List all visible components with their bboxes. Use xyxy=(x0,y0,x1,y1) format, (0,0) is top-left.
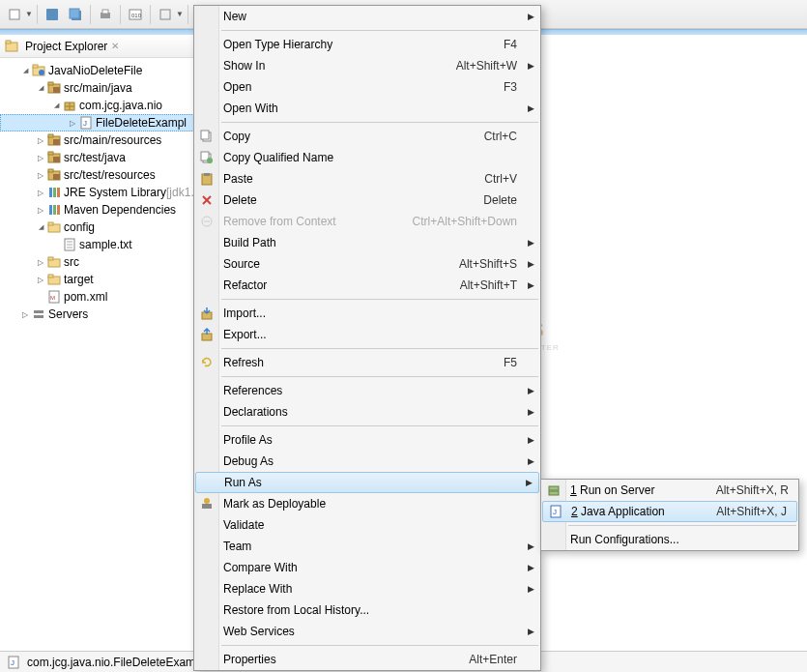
expand-arrow-icon[interactable]: ▷ xyxy=(35,171,46,180)
menu-label: Open xyxy=(223,80,504,94)
menu-item-export[interactable]: Export... xyxy=(194,324,540,345)
menu-separator xyxy=(221,348,538,349)
svg-rect-35 xyxy=(49,188,52,197)
menu-item-properties[interactable]: PropertiesAlt+Enter xyxy=(194,649,540,670)
submenu-arrow-icon: ▶ xyxy=(528,61,534,71)
menu-separator xyxy=(221,299,538,300)
expand-arrow-icon[interactable]: ▷ xyxy=(35,154,46,162)
menu-item-delete[interactable]: DeleteDelete xyxy=(194,190,540,211)
svg-rect-3 xyxy=(70,9,79,18)
dropdown-icon[interactable]: ▼ xyxy=(176,10,184,18)
submenu-arrow-icon: ▶ xyxy=(528,627,534,636)
binary-button[interactable]: 010 xyxy=(125,4,146,25)
menu-label: 1 Run on Server xyxy=(570,483,716,497)
menu-item-refresh[interactable]: RefreshF5 xyxy=(194,352,540,373)
package-icon xyxy=(62,98,77,113)
menu-item-copy-qualified-name[interactable]: Copy Qualified Name xyxy=(194,147,540,168)
svg-rect-61 xyxy=(204,173,210,176)
deploy-icon xyxy=(198,495,216,512)
menu-item-web-services[interactable]: Web Services▶ xyxy=(194,621,540,642)
menu-item-debug-as[interactable]: Debug As▶ xyxy=(194,451,540,472)
svg-rect-33 xyxy=(48,169,53,172)
svg-rect-20 xyxy=(53,87,60,93)
menu-item-show-in[interactable]: Show InAlt+Shift+W▶ xyxy=(194,55,540,76)
expand-arrow-icon[interactable]: ◢ xyxy=(50,102,62,109)
menu-item-declarations[interactable]: Declarations▶ xyxy=(194,401,540,423)
expand-arrow-icon[interactable]: ◢ xyxy=(35,223,46,231)
menu-label: Source xyxy=(223,257,459,271)
close-icon[interactable]: ✕ xyxy=(111,41,119,51)
dropdown-icon[interactable]: ▼ xyxy=(25,10,33,18)
menu-item-copy[interactable]: CopyCtrl+C xyxy=(194,126,540,147)
tree-label: pom.xml xyxy=(64,290,107,304)
save-button[interactable] xyxy=(42,4,63,25)
menu-separator xyxy=(221,376,538,377)
menu-shortcut: Alt+Shift+X, R xyxy=(716,483,789,497)
menu-shortcut: Alt+Shift+X, J xyxy=(716,505,787,518)
expand-arrow-icon[interactable]: ▷ xyxy=(35,206,46,215)
save-all-button[interactable] xyxy=(65,4,86,25)
new-button[interactable] xyxy=(4,4,25,25)
expand-arrow-icon[interactable]: ▷ xyxy=(35,258,46,267)
svg-rect-68 xyxy=(202,504,212,509)
menu-label: Replace With xyxy=(223,582,517,596)
expand-arrow-icon[interactable]: ▷ xyxy=(35,136,46,145)
menu-item-validate[interactable]: Validate xyxy=(194,514,540,536)
menu-item-team[interactable]: Team▶ xyxy=(194,536,540,557)
svg-rect-39 xyxy=(53,205,56,215)
menu-item-import[interactable]: Import... xyxy=(194,303,540,324)
tree-label: config xyxy=(64,220,95,234)
menu-item-mark-as-deployable[interactable]: Mark as Deployable xyxy=(194,493,540,514)
submenu-arrow-icon: ▶ xyxy=(528,435,534,445)
menu-label: New xyxy=(223,10,517,23)
menu-item-build-path[interactable]: Build Path▶ xyxy=(194,232,540,253)
menu-label: Refactor xyxy=(223,278,460,292)
menu-item-run-configurations[interactable]: Run Configurations... xyxy=(541,529,798,550)
svg-point-17 xyxy=(39,70,44,75)
expand-arrow-icon[interactable]: ▷ xyxy=(35,189,46,197)
expand-arrow-icon[interactable]: ▷ xyxy=(35,276,46,284)
library-icon xyxy=(46,185,62,200)
tree-label: src/main/java xyxy=(64,81,132,95)
menu-label: Refresh xyxy=(223,356,504,369)
menu-label: Show In xyxy=(223,59,456,73)
submenu-arrow-icon: ▶ xyxy=(526,478,533,487)
tree-label: src/main/resources xyxy=(64,133,161,147)
menu-label: Validate xyxy=(223,518,517,532)
menu-item-compare-with[interactable]: Compare With▶ xyxy=(194,557,540,578)
menu-item-run-as[interactable]: Run As▶ xyxy=(195,472,539,493)
menu-shortcut: Alt+Enter xyxy=(469,653,517,666)
menu-item-refactor[interactable]: RefactorAlt+Shift+T▶ xyxy=(194,275,540,296)
toggle-button[interactable] xyxy=(155,4,176,25)
menu-item-replace-with[interactable]: Replace With▶ xyxy=(194,578,540,599)
submenu-arrow-icon: ▶ xyxy=(528,259,534,269)
menu-item-references[interactable]: References▶ xyxy=(194,380,540,401)
menu-item-source[interactable]: SourceAlt+Shift+S▶ xyxy=(194,253,540,275)
svg-text:010: 010 xyxy=(131,13,142,18)
expand-arrow-icon[interactable]: ◢ xyxy=(19,67,31,74)
expand-arrow-icon[interactable]: ◢ xyxy=(35,84,46,92)
svg-rect-67 xyxy=(202,334,212,340)
svg-rect-19 xyxy=(48,82,53,85)
menu-item-open-with[interactable]: Open With▶ xyxy=(194,98,540,119)
menu-item-2-java-application[interactable]: J2 Java ApplicationAlt+Shift+X, J xyxy=(542,501,797,522)
menu-shortcut: Ctrl+V xyxy=(484,172,517,186)
menu-item-new[interactable]: New▶ xyxy=(194,6,540,27)
expand-arrow-icon[interactable]: ▷ xyxy=(19,310,31,319)
submenu-arrow-icon: ▶ xyxy=(528,407,534,417)
menu-item-1-run-on-server[interactable]: 1 Run on ServerAlt+Shift+X, R xyxy=(541,480,798,501)
menu-item-open-type-hierarchy[interactable]: Open Type HierarchyF4 xyxy=(194,34,540,55)
print-button[interactable] xyxy=(95,4,116,25)
menu-separator xyxy=(221,425,538,426)
svg-rect-34 xyxy=(53,174,60,180)
expand-arrow-icon[interactable]: ▷ xyxy=(67,119,78,128)
remove-icon xyxy=(198,213,216,230)
menu-item-paste[interactable]: PasteCtrl+V xyxy=(194,168,540,190)
svg-rect-28 xyxy=(53,139,60,145)
src-folder-icon xyxy=(46,132,62,148)
menu-item-restore-from-local-history[interactable]: Restore from Local History... xyxy=(194,599,540,621)
menu-item-open[interactable]: OpenF3 xyxy=(194,76,540,98)
menu-item-profile-as[interactable]: Profile As▶ xyxy=(194,429,540,451)
menu-shortcut: Ctrl+C xyxy=(484,130,517,143)
menu-label: Web Services xyxy=(223,625,517,638)
